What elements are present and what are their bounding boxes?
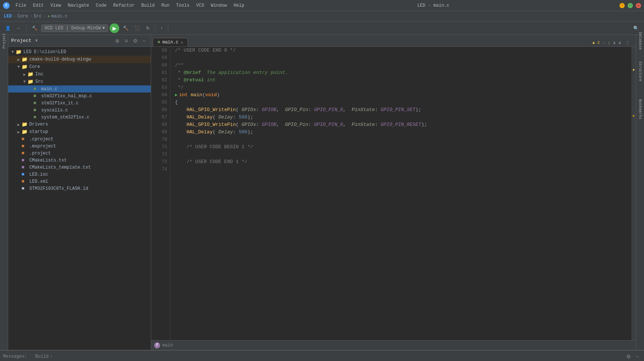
breadcrumb-src[interactable]: Src [34, 14, 42, 19]
c-file-icon-syscalls: ■ [33, 107, 40, 113]
check-count[interactable]: ✓ 1 [603, 40, 610, 45]
tree-item-cmakelists-template[interactable]: ■ CMakeLists_template.txt [8, 164, 151, 171]
menu-run[interactable]: Run [158, 2, 172, 9]
tree-label-led: LED E:\clion\LED [23, 49, 66, 55]
settings-btn[interactable]: ⚙ [131, 37, 139, 45]
build-settings-btn[interactable]: ⚙ [625, 353, 632, 360]
maximize-button[interactable]: □ [628, 3, 633, 8]
minimize-button[interactable]: − [619, 3, 625, 8]
collapse-btn[interactable]: ≡ [123, 37, 130, 45]
collapse-warnings-icon[interactable]: ∨ [618, 40, 621, 45]
tree-item-mxproject[interactable]: ■ .mxproject [8, 143, 151, 150]
window-controls[interactable]: − □ ✕ [619, 3, 641, 8]
menu-navigate[interactable]: Navigate [65, 2, 92, 9]
bookmarks-icon[interactable]: Bookmarks [637, 106, 643, 112]
run-config-selector[interactable]: OCD LED | Debug-MinGW ▼ [41, 25, 108, 32]
menu-file[interactable]: File [13, 2, 29, 9]
tree-item-led-ioc[interactable]: ■ LED.ioc [8, 171, 151, 178]
tree-label-led-ioc: LED.ioc [29, 172, 48, 177]
close-button[interactable]: ✕ [636, 3, 641, 8]
menu-bar[interactable]: File Edit View Navigate Code Refactor Bu… [13, 2, 247, 9]
code-line-61: * @brief The application entry point. [175, 69, 631, 77]
xml-file-icon-mxproject: ■ [22, 143, 28, 149]
folder-icon-led: 📁 [16, 49, 22, 55]
toolbar-navigate-btn[interactable]: ← [14, 25, 23, 32]
toolbar-build-btn[interactable]: 🔨 [30, 25, 40, 32]
menu-tools[interactable]: Tools [173, 2, 192, 9]
editor-area: ■ main.c ✕ ▲ 2 ✓ 1 ∧ ∨ ⋮ 58 59 60 61 62 [151, 35, 636, 350]
tree-item-stm32-flash[interactable]: ■ STM32F103C8Tx_FLASH.ld [8, 185, 151, 192]
tree-item-hal-msp[interactable]: ■ stm32f1xx_hal_msp.c [8, 92, 151, 100]
breadcrumb-core[interactable]: Core [17, 14, 28, 19]
tab-close-icon[interactable]: ✕ [180, 40, 183, 45]
code-content[interactable]: /* USER CODE END 0 */ /** * @brief The a… [170, 47, 631, 340]
run-button[interactable]: ▶ [110, 23, 119, 33]
build-hammer-btn[interactable]: 🔨 [121, 25, 131, 32]
menu-refactor[interactable]: Refactor [110, 2, 138, 9]
tree-item-main-c[interactable]: ■ main.c [8, 85, 151, 92]
menu-help[interactable]: Help [231, 2, 247, 9]
code-line-60: /** [175, 62, 631, 69]
panel-title: Project [11, 38, 32, 43]
minimize-build-btn[interactable]: − [634, 353, 641, 360]
tree-item-led-xml[interactable]: ■ LED.xml [8, 178, 151, 185]
tab-main-c[interactable]: ■ main.c ✕ [153, 38, 188, 46]
expand-warnings-icon[interactable]: ∧ [613, 40, 616, 45]
project-icon[interactable]: Project [1, 38, 7, 44]
breadcrumb-led[interactable]: LED [4, 14, 12, 19]
tree-label-system: system_stm32f1xx.c [41, 115, 90, 120]
tree-arrow-cmake: ▶ [16, 57, 22, 62]
tree-item-syscalls[interactable]: ■ syscalls.c [8, 107, 151, 114]
toolbar-sep-2 [155, 25, 155, 32]
warning-count[interactable]: ▲ 2 [592, 40, 600, 45]
search-button[interactable]: 🔍 [631, 25, 641, 32]
title-bar-left: C File Edit View Navigate Code Refactor … [3, 2, 247, 9]
scrollbar-warning-marker [633, 69, 634, 71]
tab-build-messages[interactable]: Build ✕ [32, 352, 56, 361]
toolbar-push-btn[interactable]: ↑ [158, 25, 165, 32]
menu-view[interactable]: View [48, 2, 64, 9]
tree-item-core[interactable]: ▼ 📁 Core [8, 63, 151, 71]
window-title: LED - main.c [417, 3, 449, 8]
toolbar-profile-btn[interactable]: 👤 [3, 25, 13, 32]
toolbar-reload-btn[interactable]: ↻ [144, 25, 152, 32]
editor-scrollbar[interactable] [631, 47, 636, 340]
more-actions-btn[interactable]: ⋮ [624, 39, 631, 46]
build-messages-label: Build [35, 354, 49, 359]
close-build-tab-icon[interactable]: ✕ [50, 354, 53, 359]
tree-item-drivers[interactable]: ▶ 📁 Drivers [8, 121, 151, 128]
database-icon[interactable]: Database [637, 38, 643, 44]
tree-item-it[interactable]: ■ stm32f1xx_it.c [8, 100, 151, 107]
code-line-64: ▶ int main ( void ) [175, 91, 631, 99]
tree-item-led-root[interactable]: ▼ 📁 LED E:\clion\LED [8, 48, 151, 56]
side-icons-right: Database Structure Bookmarks [636, 35, 644, 350]
panel-dropdown-icon[interactable]: ▼ [35, 38, 38, 43]
tree-item-project[interactable]: ■ .project [8, 150, 151, 157]
toolbar-stop-btn[interactable]: ⬛ [132, 25, 142, 32]
menu-window[interactable]: Window [208, 2, 230, 9]
code-editor[interactable]: 58 59 60 61 62 63 64 65 66 67 68 69 70 7… [151, 47, 636, 340]
tree-item-system[interactable]: ■ system_stm32f1xx.c [8, 114, 151, 121]
scope-btn[interactable]: ⊕ [114, 37, 121, 45]
tree-label-core: Core [29, 64, 40, 69]
tree-label-cmakelists: CMakeLists.txt [29, 158, 67, 163]
folder-icon-cmake: 📁 [22, 56, 28, 62]
tree-item-src[interactable]: ▼ 📁 Src [8, 78, 151, 85]
tree-item-cmakelists[interactable]: ■ CMakeLists.txt [8, 157, 151, 164]
code-line-71: /* USER CODE BEGIN 1 */ [175, 143, 631, 151]
menu-edit[interactable]: Edit [30, 2, 47, 9]
tree-item-cmake[interactable]: ▶ 📁 cmake-build-debug-mingw [8, 56, 151, 63]
menu-code[interactable]: Code [93, 2, 110, 9]
tree-label-cmakelists-template: CMakeLists_template.txt [29, 165, 91, 170]
tree-arrow-startup: ▶ [16, 130, 22, 134]
menu-vcs[interactable]: VCS [193, 2, 207, 9]
tree-item-inc[interactable]: ▶ 📁 Inc [8, 71, 151, 78]
menu-build[interactable]: Build [138, 2, 157, 9]
structure-icon[interactable]: Structure [637, 68, 643, 74]
breadcrumb-file[interactable]: main.c [51, 14, 67, 19]
function-name: main [162, 343, 173, 348]
tree-item-cproject[interactable]: ■ .cproject [8, 136, 151, 143]
function-icon: f [154, 342, 160, 348]
minimize-panel-btn[interactable]: − [140, 37, 148, 45]
tree-item-startup[interactable]: ▶ 📁 startup [8, 128, 151, 136]
